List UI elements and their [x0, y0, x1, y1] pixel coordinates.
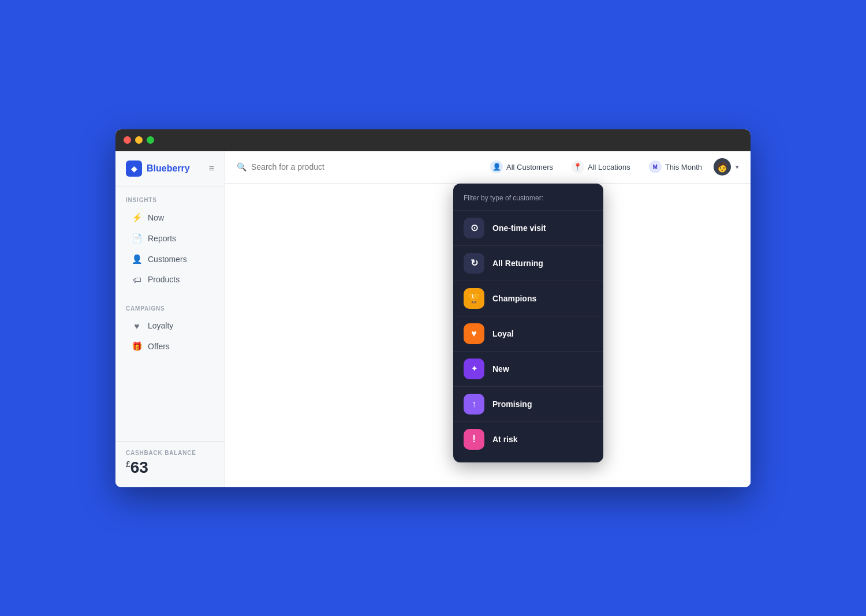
- nav-label-offers: Offers: [148, 342, 170, 351]
- nav-label-loyalty: Loyalty: [148, 321, 173, 330]
- chevron-down-icon[interactable]: ▾: [736, 163, 739, 171]
- cashback-value: £63: [126, 458, 214, 477]
- dropdown-item-all-returning[interactable]: ↻ All Returning: [453, 245, 603, 281]
- dropdown-item-promising[interactable]: ↑ Promising: [453, 386, 603, 421]
- sidebar-bottom: CASHBACK BALANCE £63: [115, 441, 225, 487]
- dropdown-item-loyal[interactable]: ♥ Loyal: [453, 316, 603, 351]
- loyal-icon: ♥: [464, 323, 484, 344]
- reports-icon: 📄: [132, 233, 142, 244]
- topbar-filters: 👤 All Customers 📍 All Locations M This M…: [483, 157, 739, 177]
- nav-label-customers: Customers: [148, 255, 187, 264]
- maximize-button[interactable]: [147, 136, 154, 144]
- titlebar: [115, 129, 751, 151]
- sidebar-section-campaigns: CAMPAIGNS ♥ Loyalty 🎁 Offers: [115, 295, 225, 362]
- nav-label-now: Now: [148, 213, 164, 222]
- sidebar-header: ◆ Blueberry ≡: [115, 151, 225, 186]
- logo-icon: ◆: [126, 160, 142, 177]
- all-returning-icon: ↻: [464, 253, 484, 274]
- dropdown-item-one-time[interactable]: ⊙ One-time visit: [453, 210, 603, 245]
- search-input[interactable]: [251, 162, 476, 171]
- sidebar: ◆ Blueberry ≡ INSIGHTS ⚡ Now 📄 Reports 👤…: [115, 151, 225, 487]
- customer-type-dropdown: Filter by type of customer: ⊙ One-time v…: [453, 184, 603, 462]
- locations-filter-button[interactable]: 📍 All Locations: [565, 157, 637, 177]
- period-filter-label: This Month: [665, 163, 702, 171]
- champions-icon: 🏆: [464, 288, 484, 309]
- champions-label: Champions: [492, 294, 536, 303]
- nav-label-products: Products: [148, 275, 180, 284]
- sidebar-item-now[interactable]: ⚡ Now: [126, 208, 216, 227]
- locations-filter-label: All Locations: [588, 163, 630, 171]
- dropdown-item-champions[interactable]: 🏆 Champions: [453, 281, 603, 316]
- menu-icon[interactable]: ≡: [209, 163, 214, 174]
- promising-label: Promising: [492, 400, 532, 409]
- minimize-button[interactable]: [135, 136, 143, 144]
- cashback-currency: £: [126, 459, 130, 468]
- close-button[interactable]: [124, 136, 131, 144]
- customers-filter-icon: 👤: [490, 160, 503, 173]
- promising-icon: ↑: [464, 394, 484, 415]
- period-filter-button[interactable]: M This Month: [642, 157, 709, 177]
- customers-filter-button[interactable]: 👤 All Customers: [483, 157, 560, 177]
- new-label: New: [492, 364, 509, 374]
- sidebar-item-reports[interactable]: 📄 Reports: [126, 229, 216, 248]
- customers-icon: 👤: [132, 254, 142, 264]
- topbar: 🔍 👤 All Customers 📍 All Locations M This: [225, 151, 751, 184]
- sidebar-item-offers[interactable]: 🎁 Offers: [126, 337, 216, 356]
- sidebar-item-products[interactable]: 🏷 Products: [126, 270, 216, 289]
- nav-label-reports: Reports: [148, 234, 176, 243]
- offers-icon: 🎁: [132, 341, 142, 352]
- logo-text: Blueberry: [147, 163, 190, 174]
- campaigns-label: CAMPAIGNS: [126, 305, 216, 312]
- products-icon: 🏷: [132, 275, 142, 285]
- insights-label: INSIGHTS: [126, 197, 216, 203]
- main-content: 🔍 👤 All Customers 📍 All Locations M This: [225, 151, 751, 487]
- at-risk-label: At risk: [492, 435, 518, 444]
- dropdown-item-new[interactable]: ✦ New: [453, 351, 603, 386]
- search-icon: 🔍: [237, 162, 247, 171]
- at-risk-icon: !: [464, 429, 484, 450]
- loyal-label: Loyal: [492, 329, 514, 338]
- traffic-lights: [124, 136, 154, 144]
- dropdown-header: Filter by type of customer:: [453, 189, 603, 210]
- sidebar-item-loyalty[interactable]: ♥ Loyalty: [126, 316, 216, 335]
- new-icon: ✦: [464, 359, 484, 379]
- customers-filter-label: All Customers: [506, 163, 553, 171]
- all-returning-label: All Returning: [492, 259, 543, 268]
- sidebar-item-customers[interactable]: 👤 Customers: [126, 249, 216, 269]
- loyalty-icon: ♥: [132, 321, 142, 331]
- dropdown-overlay: Filter by type of customer: ⊙ One-time v…: [453, 184, 603, 462]
- app-window: ◆ Blueberry ≡ INSIGHTS ⚡ Now 📄 Reports 👤…: [115, 129, 751, 487]
- user-avatar[interactable]: 🧑: [714, 158, 731, 176]
- one-time-icon: ⊙: [464, 218, 484, 238]
- location-filter-icon: 📍: [572, 160, 584, 173]
- one-time-label: One-time visit: [492, 223, 546, 233]
- dropdown-item-at-risk[interactable]: ! At risk: [453, 421, 603, 457]
- app-body: ◆ Blueberry ≡ INSIGHTS ⚡ Now 📄 Reports 👤…: [115, 151, 751, 487]
- search-wrap: 🔍: [237, 162, 476, 171]
- period-filter-icon: M: [649, 160, 662, 173]
- cashback-label: CASHBACK BALANCE: [126, 450, 214, 456]
- sidebar-section-insights: INSIGHTS ⚡ Now 📄 Reports 👤 Customers 🏷 P…: [115, 186, 225, 295]
- lightning-icon: ⚡: [132, 212, 142, 223]
- logo-area: ◆ Blueberry: [126, 160, 190, 177]
